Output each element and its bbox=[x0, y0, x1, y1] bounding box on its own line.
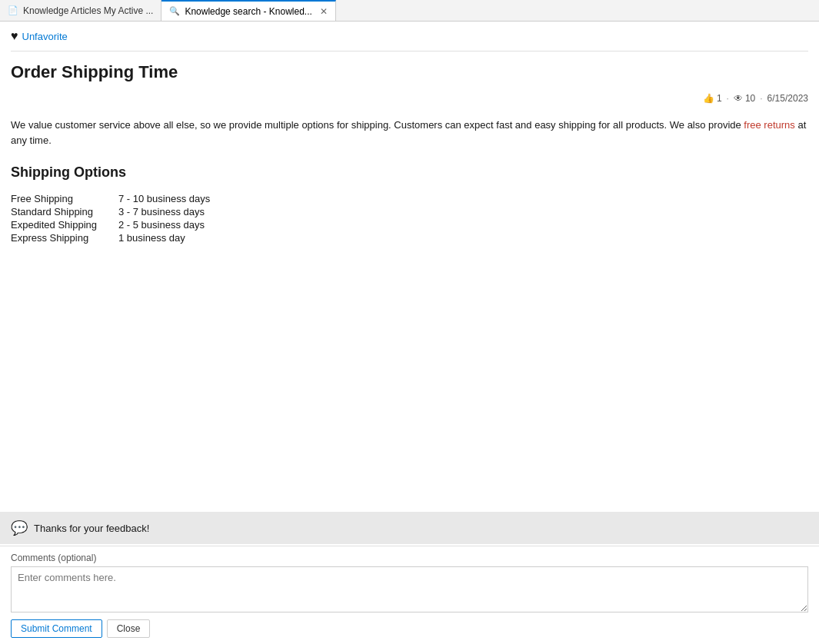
unfavorite-row: ♥ Unfavorite bbox=[11, 29, 808, 51]
feedback-text: Thanks for your feedback! bbox=[34, 523, 149, 534]
heart-icon: ♥ bbox=[11, 29, 18, 43]
close-button[interactable]: Close bbox=[107, 619, 151, 638]
article-date: 6/15/2023 bbox=[767, 93, 808, 104]
shipping-type-express: Express Shipping bbox=[11, 232, 118, 244]
body-text-part1: We value customer service above all else… bbox=[11, 119, 744, 131]
shipping-time-standard: 3 - 7 business days bbox=[118, 206, 205, 217]
unfavorite-link[interactable]: Unfavorite bbox=[22, 31, 68, 42]
meta-row: 👍 1 · 👁 10 · 6/15/2023 bbox=[11, 93, 808, 104]
shipping-type-free: Free Shipping bbox=[11, 193, 118, 204]
article-body: We value customer service above all else… bbox=[11, 118, 808, 148]
tab-label-1: Knowledge Articles My Active ... bbox=[23, 5, 153, 16]
tab-knowledge-articles[interactable]: 📄 Knowledge Articles My Active ... bbox=[0, 0, 161, 21]
chat-icon: 💬 bbox=[11, 520, 28, 536]
thumbs-up-icon: 👍 bbox=[703, 93, 714, 104]
comments-section: Comments (optional) Submit Comment Close bbox=[0, 546, 819, 644]
tab-icon-2: 🔍 bbox=[169, 6, 180, 16]
tab-knowledge-search[interactable]: 🔍 Knowledge search - Knowled... ✕ bbox=[161, 0, 335, 21]
views-count: 10 bbox=[745, 93, 755, 104]
comments-textarea[interactable] bbox=[11, 566, 808, 612]
article-title: Order Shipping Time bbox=[11, 62, 808, 82]
shipping-time-express: 1 business day bbox=[118, 232, 185, 244]
comments-label: Comments (optional) bbox=[11, 553, 808, 563]
feedback-banner: 💬 Thanks for your feedback! bbox=[0, 512, 819, 544]
shipping-time-expedited: 2 - 5 business days bbox=[118, 219, 205, 231]
meta-sep-1: · bbox=[727, 93, 729, 104]
meta-sep-2: · bbox=[760, 93, 762, 104]
shipping-row-free: Free Shipping 7 - 10 business days bbox=[11, 193, 808, 204]
shipping-time-free: 7 - 10 business days bbox=[118, 193, 210, 204]
comments-buttons: Submit Comment Close bbox=[11, 619, 808, 638]
shipping-row-express: Express Shipping 1 business day bbox=[11, 232, 808, 244]
views-meta: 👁 10 bbox=[734, 93, 755, 104]
likes-count: 1 bbox=[717, 93, 722, 104]
tab-label-2: Knowledge search - Knowled... bbox=[185, 6, 311, 17]
tab-close-button[interactable]: ✕ bbox=[320, 6, 328, 17]
shipping-type-expedited: Expedited Shipping bbox=[11, 219, 118, 231]
date-meta: 6/15/2023 bbox=[767, 93, 808, 104]
main-content: ♥ Unfavorite Order Shipping Time 👍 1 · 👁… bbox=[0, 22, 819, 253]
tab-icon-1: 📄 bbox=[8, 5, 18, 15]
shipping-section-title: Shipping Options bbox=[11, 164, 808, 181]
shipping-row-expedited: Expedited Shipping 2 - 5 business days bbox=[11, 219, 808, 231]
eye-icon: 👁 bbox=[734, 93, 743, 104]
shipping-row-standard: Standard Shipping 3 - 7 business days bbox=[11, 206, 808, 217]
shipping-type-standard: Standard Shipping bbox=[11, 206, 118, 217]
tab-bar: 📄 Knowledge Articles My Active ... 🔍 Kno… bbox=[0, 0, 819, 22]
submit-comment-button[interactable]: Submit Comment bbox=[11, 619, 102, 638]
shipping-table: Free Shipping 7 - 10 business days Stand… bbox=[11, 193, 808, 244]
body-link-free-returns[interactable]: free returns bbox=[744, 119, 794, 131]
likes-meta: 👍 1 bbox=[703, 93, 722, 104]
